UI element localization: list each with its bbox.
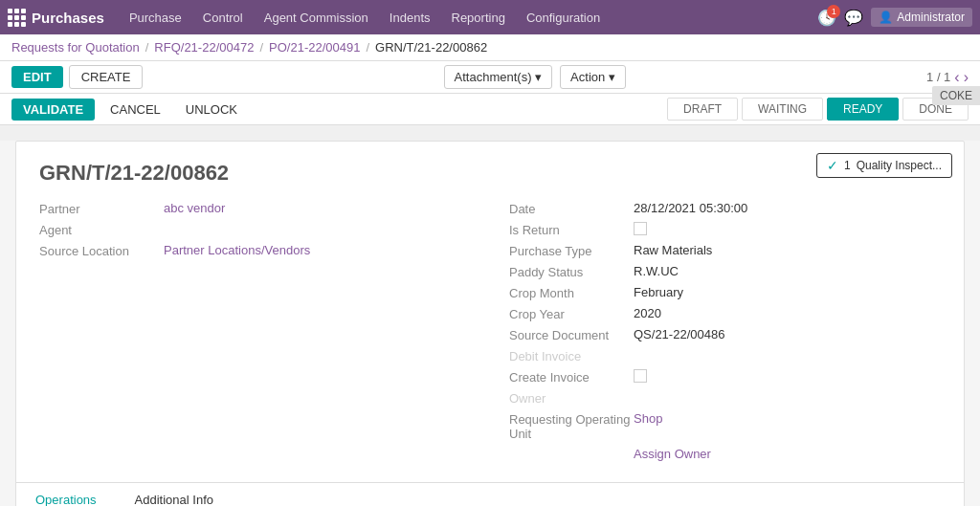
breadcrumb-po-num[interactable]: PO/21-22/00491 [269, 40, 360, 55]
quality-inspect-button[interactable]: ✓ 1 Quality Inspect... [816, 153, 952, 178]
date-label: Date [509, 201, 634, 216]
form-container: ✓ 1 Quality Inspect... GRN/T/21-22/00862… [15, 141, 965, 506]
purchase-type-value: Raw Materials [634, 243, 712, 257]
requesting-ou-label: Requesting Operating Unit [509, 411, 634, 441]
notification-badge: 1 [827, 5, 840, 18]
chat-icon[interactable]: 💬 [844, 9, 863, 27]
paddy-status-label: Paddy Status [509, 264, 634, 279]
step-draft[interactable]: DRAFT [667, 98, 738, 121]
tab-additional-info[interactable]: Additional Info [116, 483, 233, 506]
grid-icon [8, 9, 26, 27]
tab-operations[interactable]: Operations [16, 483, 116, 506]
breadcrumb: Requests for Quotation / RFQ/21-22/00472… [0, 34, 980, 61]
main-content: ✓ 1 Quality Inspect... GRN/T/21-22/00862… [0, 141, 980, 506]
notification-icon[interactable]: 🕓 1 [817, 9, 836, 27]
top-navigation: Purchases Purchase Control Agent Commiss… [0, 0, 980, 34]
assign-owner-row: Assign Owner [509, 447, 941, 461]
create-button[interactable]: CREATE [69, 65, 144, 89]
is-return-row: Is Return [509, 222, 941, 237]
edit-button[interactable]: EDIT [11, 66, 63, 88]
purchase-type-row: Purchase Type Raw Materials [509, 243, 941, 258]
action-bar: EDIT CREATE Attachment(s) ▾ Action ▾ 1 /… [0, 61, 980, 94]
source-document-label: Source Document [509, 327, 634, 342]
form-title: GRN/T/21-22/00862 [39, 161, 941, 186]
app-logo[interactable]: Purchases [8, 9, 104, 27]
crop-month-row: Crop Month February [509, 285, 941, 300]
status-steps: DRAFT WAITING READY DONE [667, 98, 969, 121]
next-button[interactable]: › [964, 69, 969, 86]
paddy-status-row: Paddy Status R.W.UC [509, 264, 941, 279]
source-location-value[interactable]: Partner Locations/Vendors [164, 243, 310, 257]
unlock-button[interactable]: UNLOCK [176, 99, 247, 121]
user-menu[interactable]: 👤 Administrator [871, 8, 972, 27]
breadcrumb-sep-3: / [366, 40, 369, 55]
crop-month-label: Crop Month [509, 285, 634, 300]
crop-year-label: Crop Year [509, 306, 634, 321]
requesting-ou-value[interactable]: Shop [634, 411, 662, 426]
quality-count: 1 [844, 159, 851, 172]
quality-check-icon: ✓ [827, 158, 838, 173]
date-row: Date 28/12/2021 05:30:00 [509, 201, 941, 216]
partner-value[interactable]: abc vendor [164, 201, 225, 215]
tabs-bar: Operations Additional Info [16, 482, 964, 506]
agent-label: Agent [39, 222, 164, 237]
is-return-label: Is Return [509, 222, 634, 237]
topnav-right: 🕓 1 💬 👤 Administrator [817, 8, 972, 27]
cancel-button[interactable]: CANCEL [100, 99, 170, 121]
menu-purchase[interactable]: Purchase [120, 7, 191, 29]
debit-invoice-label: Debit Invoice [509, 348, 634, 363]
crop-year-value: 2020 [634, 306, 661, 320]
step-ready[interactable]: READY [827, 98, 899, 121]
user-icon: 👤 [879, 11, 893, 24]
assign-owner-spacer [509, 447, 634, 448]
form-right: Date 28/12/2021 05:30:00 Is Return Purch… [509, 201, 941, 467]
action-center: Attachment(s) ▾ Action ▾ [148, 65, 921, 89]
agent-row: Agent [39, 222, 471, 237]
is-return-checkbox[interactable] [634, 222, 647, 235]
pagination: 1 / 1 [926, 70, 950, 84]
menu-configuration[interactable]: Configuration [517, 7, 610, 29]
form-body: Partner abc vendor Agent Source Location… [39, 201, 941, 467]
breadcrumb-sep-2: / [259, 40, 263, 55]
crop-year-row: Crop Year 2020 [509, 306, 941, 321]
validate-button[interactable]: VALIDATE [11, 99, 95, 121]
menu-control[interactable]: Control [193, 7, 253, 29]
assign-owner-button[interactable]: Assign Owner [634, 447, 711, 461]
paddy-status-value: R.W.UC [634, 264, 679, 278]
step-waiting[interactable]: WAITING [742, 98, 823, 121]
partner-row: Partner abc vendor [39, 201, 471, 216]
breadcrumb-current: GRN/T/21-22/00862 [375, 40, 487, 55]
menu-agent-commission[interactable]: Agent Commission [255, 7, 378, 29]
owner-label: Owner [509, 390, 634, 406]
app-title: Purchases [32, 10, 104, 26]
prev-button[interactable]: ‹ [954, 69, 959, 86]
create-invoice-row: Create Invoice [509, 369, 941, 385]
debit-invoice-row: Debit Invoice [509, 348, 941, 363]
source-location-label: Source Location [39, 243, 164, 258]
coke-badge: COKE [932, 86, 980, 105]
menu-indents[interactable]: Indents [380, 7, 440, 29]
form-left: Partner abc vendor Agent Source Location… [39, 201, 471, 467]
attachment-button[interactable]: Attachment(s) ▾ [444, 65, 553, 89]
create-invoice-label: Create Invoice [509, 369, 634, 385]
action-button[interactable]: Action ▾ [560, 65, 626, 89]
requesting-ou-row: Requesting Operating Unit Shop [509, 411, 941, 441]
main-menu: Purchase Control Agent Commission Indent… [120, 7, 802, 29]
breadcrumb-sep-1: / [145, 40, 149, 55]
source-document-row: Source Document QS/21-22/00486 [509, 327, 941, 342]
breadcrumb-rfq-num[interactable]: RFQ/21-22/00472 [154, 40, 254, 55]
date-value: 28/12/2021 05:30:00 [634, 201, 747, 215]
status-bar: VALIDATE CANCEL UNLOCK DRAFT WAITING REA… [0, 94, 980, 125]
source-location-row: Source Location Partner Locations/Vendor… [39, 243, 471, 258]
purchase-type-label: Purchase Type [509, 243, 634, 258]
action-right: 1 / 1 ‹ › [926, 69, 969, 86]
crop-month-value: February [634, 285, 683, 299]
create-invoice-checkbox[interactable] [634, 369, 647, 383]
user-name: Administrator [897, 11, 965, 24]
partner-label: Partner [39, 201, 164, 216]
menu-reporting[interactable]: Reporting [442, 7, 515, 29]
source-document-value: QS/21-22/00486 [634, 327, 724, 341]
breadcrumb-rfq[interactable]: Requests for Quotation [11, 40, 140, 55]
owner-row: Owner [509, 390, 941, 406]
quality-label: Quality Inspect... [857, 159, 942, 172]
